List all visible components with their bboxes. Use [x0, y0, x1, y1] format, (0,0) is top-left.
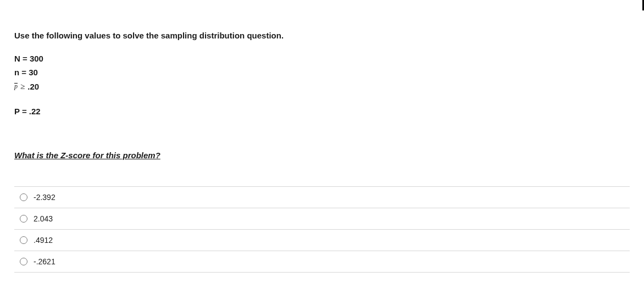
question-text: What is the Z-score for this problem? [14, 151, 630, 160]
options-list: -2.392 2.043 .4912 -.2621 [14, 186, 630, 273]
option-1-radio[interactable] [20, 193, 27, 201]
option-3-radio[interactable] [20, 236, 27, 244]
pbar-symbol: p [14, 83, 18, 88]
option-3-label: .4912 [34, 236, 53, 245]
question-container: Use the following values to solve the sa… [0, 0, 644, 273]
geq-symbol: ≥ [20, 80, 25, 93]
option-2-label: 2.043 [34, 214, 53, 223]
value-n: n = 30 [14, 66, 630, 79]
option-1[interactable]: -2.392 [14, 186, 630, 208]
option-2[interactable]: 2.043 [14, 208, 630, 229]
value-pbar: p ≥ .20 [14, 80, 630, 93]
option-4[interactable]: -.2621 [14, 251, 630, 272]
option-2-radio[interactable] [20, 215, 27, 223]
option-3[interactable]: .4912 [14, 229, 630, 251]
value-N: N = 300 [14, 52, 630, 65]
option-1-label: -2.392 [34, 193, 55, 202]
option-4-radio[interactable] [20, 258, 27, 265]
option-4-label: -.2621 [34, 257, 55, 266]
values-block: N = 300 n = 30 p ≥ .20 P = .22 [14, 52, 630, 118]
value-P: P = .22 [14, 105, 630, 118]
intro-text: Use the following values to solve the sa… [14, 31, 630, 40]
pbar-value: .20 [27, 80, 39, 93]
